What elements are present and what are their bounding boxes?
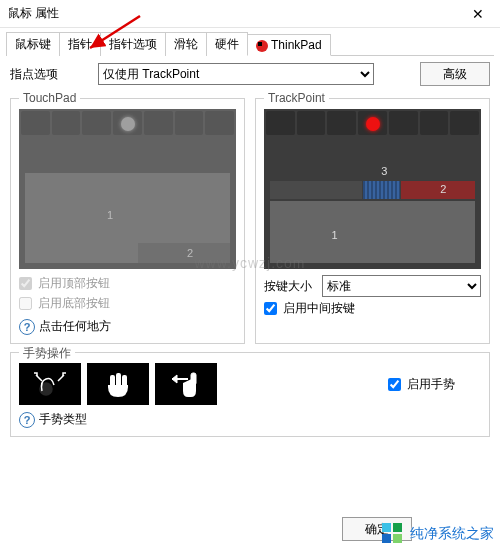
enable-bottom-buttons-checkbox: 启用底部按钮 (19, 295, 236, 312)
touchpad-help-link[interactable]: ? 点击任何地方 (19, 318, 236, 335)
pointing-option-dropdown[interactable]: 仅使用 TrackPoint (98, 63, 374, 85)
trackpoint-preview: 3 1 2 (264, 109, 481, 269)
button-size-dropdown[interactable]: 标准 (322, 275, 481, 297)
tab-thinkpad[interactable]: ThinkPad (247, 34, 331, 56)
pointing-option-label: 指点选项 (10, 66, 90, 83)
trackpoint-legend: TrackPoint (264, 91, 329, 105)
tab-wheel[interactable]: 滑轮 (165, 32, 207, 56)
tab-buttons[interactable]: 鼠标键 (6, 32, 60, 56)
svg-point-0 (40, 383, 52, 395)
dialog-footer: 确定 取消 (0, 517, 500, 541)
ok-button[interactable]: 确定 (342, 517, 412, 541)
touchpad-group: TouchPad 1 2 启用顶部按钮 启用底部按钮 ? 点击任何地 (10, 98, 245, 344)
window-title: 鼠标 属性 (8, 5, 464, 22)
pointing-option-row: 指点选项 仅使用 TrackPoint 高级 (10, 62, 490, 86)
tab-pointer-options[interactable]: 指针选项 (100, 32, 166, 56)
touchpad-preview: 1 2 (19, 109, 236, 269)
gestures-group: 手势操作 启用手势 ? 手势类型 (10, 352, 490, 437)
close-icon[interactable]: ✕ (464, 6, 492, 22)
enable-top-buttons-checkbox: 启用顶部按钮 (19, 275, 236, 292)
tab-strip: 鼠标键 指针 指针选项 滑轮 硬件 ThinkPad (0, 28, 500, 56)
advanced-button[interactable]: 高级 (420, 62, 490, 86)
enable-middle-button-checkbox[interactable]: 启用中间按键 (264, 300, 481, 317)
help-icon: ? (19, 319, 35, 335)
trackpoint-nub-icon (366, 117, 380, 131)
help-icon: ? (19, 412, 35, 428)
svg-rect-4 (191, 373, 196, 385)
enable-gestures-checkbox[interactable]: 启用手势 (388, 376, 455, 393)
gesture-three-finger-icon (87, 363, 149, 405)
button-size-label: 按键大小 (264, 278, 312, 295)
touchpad-legend: TouchPad (19, 91, 80, 105)
tab-pointer[interactable]: 指针 (59, 32, 101, 56)
trackpoint-nub-disabled-icon (121, 117, 135, 131)
thinkpad-icon (256, 40, 268, 52)
gestures-legend: 手势操作 (19, 345, 75, 362)
gesture-pinch-icon (19, 363, 81, 405)
gesture-edge-swipe-icon (155, 363, 217, 405)
gesture-type-help-link[interactable]: ? 手势类型 (19, 411, 481, 428)
title-bar: 鼠标 属性 ✕ (0, 0, 500, 28)
trackpoint-group: TrackPoint 3 1 2 按键大小 标准 (255, 98, 490, 344)
tab-hardware[interactable]: 硬件 (206, 32, 248, 56)
